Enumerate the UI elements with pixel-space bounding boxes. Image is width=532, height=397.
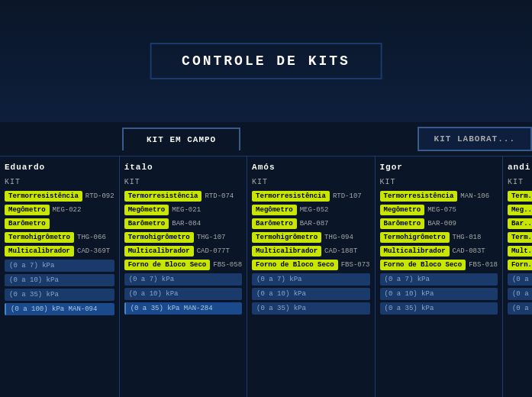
pressure-row: (0 a 7) kPa <box>124 273 242 286</box>
kit-tag[interactable]: Forno de Bloco Seco <box>380 260 466 270</box>
pressure-row: (0 a ... <box>508 302 532 315</box>
kit-row: TermorresistênciaRTD-107 <box>252 191 369 202</box>
kit-tag[interactable]: Mult... <box>508 246 532 257</box>
kit-row: MulticalibradorCAD-369T <box>5 246 114 257</box>
kit-tag[interactable]: Forn... <box>508 260 532 270</box>
kit-code: CAD-077T <box>197 247 230 255</box>
kit-code: RTD-074 <box>205 192 234 200</box>
column-heading: andi <box>508 163 532 172</box>
kit-code: CAD-188T <box>324 247 357 255</box>
kit-tag[interactable]: Termohigrômetro <box>124 232 194 243</box>
pressure-row: (0 a 35) kPa MAN-284 <box>124 302 242 315</box>
pressure-row: (0 a 7) kPa <box>252 273 369 286</box>
kit-tag[interactable]: Termohigrômetro <box>380 232 450 243</box>
kit-tag[interactable]: Termorresistência <box>124 191 202 202</box>
kit-code: RTD-092 <box>85 192 114 200</box>
kit-row: TermorresistênciaRTD-074 <box>124 191 242 202</box>
column-heading: Amós <box>252 163 369 172</box>
kit-row: Bar... <box>508 218 532 229</box>
kit-label: KIT <box>508 178 532 186</box>
kit-row: TermorresistênciaMAN-106 <box>380 191 498 202</box>
kit-code: THG-094 <box>324 234 353 241</box>
kit-label: KIT <box>124 178 242 186</box>
kit-tag[interactable]: Termohigrômetro <box>252 232 321 243</box>
kit-row: MulticalibradorCAD-188T <box>252 246 369 257</box>
kit-row: TermohigrômetroTHG-107 <box>124 232 242 243</box>
kit-row: MegômetroMEG-022 <box>5 205 114 215</box>
kit-row: Meg... <box>508 205 532 215</box>
kit-tag[interactable]: Meg... <box>508 205 532 215</box>
pressure-row: (0 a 10) kPa <box>252 288 369 300</box>
kit-code: BAR-087 <box>300 220 329 228</box>
kit-tag[interactable]: Megômetro <box>5 205 50 215</box>
kit-code: CAD-083T <box>453 247 485 255</box>
tab-campo[interactable]: KIT EM CAMPO <box>122 127 240 150</box>
kit-row: BarômetroBAR-009 <box>380 218 498 229</box>
kit-tag[interactable]: Term... <box>508 232 532 243</box>
kit-row: TermohigrômetroTHG-018 <box>380 232 498 243</box>
kit-row: BarômetroBAR-087 <box>252 218 369 229</box>
kit-code: FBS-073 <box>341 261 370 269</box>
kit-code: MEG-022 <box>53 206 82 214</box>
kit-tag[interactable]: Barômetro <box>124 218 169 229</box>
kit-tag[interactable]: Megômetro <box>124 205 169 215</box>
kit-tag[interactable]: Term... <box>508 191 532 202</box>
kit-tag[interactable]: Forno de Bloco Seco <box>252 260 338 270</box>
kit-tag[interactable]: Megômetro <box>252 205 297 215</box>
pressure-row: (0 a 10) kPa <box>380 288 498 300</box>
kit-tag[interactable]: Multicalibrador <box>5 246 74 257</box>
kit-tag[interactable]: Multicalibrador <box>252 246 321 257</box>
kit-tag[interactable]: Termorresistência <box>380 191 458 202</box>
kit-code: BAR-009 <box>427 220 456 228</box>
kit-tag[interactable]: Forno de Bloco Seco <box>124 260 211 270</box>
kit-code: RTD-107 <box>333 192 362 200</box>
tab-laboratorio[interactable]: KIT LABORAT... <box>418 127 532 151</box>
kit-label: KIT <box>380 178 498 186</box>
kit-tag[interactable]: Barômetro <box>5 218 50 229</box>
kit-code: FBS-058 <box>213 261 242 269</box>
kit-row: MulticalibradorCAD-077T <box>124 246 242 257</box>
kit-tag[interactable]: Termohigrômetro <box>5 232 74 243</box>
kit-code: MAN-106 <box>460 192 489 200</box>
pressure-row: (0 a 7) kPa <box>380 273 498 286</box>
column-heading: ítalo <box>124 163 242 172</box>
kit-label: KIT <box>252 178 369 186</box>
kit-tag[interactable]: Barômetro <box>252 218 297 229</box>
kit-tag[interactable]: Multicalibrador <box>380 246 450 257</box>
kit-row: MegômetroMEG-075 <box>380 205 498 215</box>
kit-row: Term... <box>508 232 532 243</box>
kit-row: BarômetroBAR-084 <box>124 218 242 229</box>
kit-tag[interactable]: Barômetro <box>380 218 425 229</box>
kit-row: MulticalibradorCAD-083T <box>380 246 498 257</box>
kit-tag[interactable]: Termorresistência <box>5 191 82 202</box>
kit-code: MEG-021 <box>172 206 201 214</box>
column-amós: AmósKITTermorresistênciaRTD-107Megômetro… <box>247 157 375 397</box>
kit-row: Forno de Bloco SecoFBS-073 <box>252 260 369 270</box>
kit-code: CAD-369T <box>77 247 110 255</box>
kit-code: THG-107 <box>197 234 226 241</box>
kit-code: MEG-052 <box>300 206 329 214</box>
column-heading: Eduardo <box>5 163 114 172</box>
kit-tag[interactable]: Bar... <box>508 218 532 229</box>
kit-code: BAR-084 <box>172 220 201 228</box>
pressure-row: (0 a ... <box>508 273 532 286</box>
kit-code: THG-066 <box>77 234 106 241</box>
title-container: CONTROLE DE KITS <box>150 43 382 79</box>
pressure-row: (0 a ... <box>508 288 532 300</box>
kit-tag[interactable]: Megômetro <box>380 205 425 215</box>
pressure-row: (0 a 35) kPa <box>380 302 498 315</box>
kit-row: Forno de Bloco SecoFBS-058 <box>124 260 242 270</box>
kit-row: TermorresistênciaRTD-092 <box>5 191 114 202</box>
pressure-row: (0 a 10) kPa <box>124 288 242 300</box>
kit-code: MEG-075 <box>427 206 456 214</box>
kit-row: Term... <box>508 191 532 202</box>
tabs-row: KIT EM CAMPO KIT LABORAT... <box>0 122 532 157</box>
kit-tag[interactable]: Termorresistência <box>252 191 330 202</box>
column-heading: Igor <box>380 163 498 172</box>
kit-row: Forn... <box>508 260 532 270</box>
kit-tag[interactable]: Multicalibrador <box>124 246 194 257</box>
top-area: CONTROLE DE KITS <box>0 0 532 122</box>
kit-code: THG-018 <box>453 234 482 241</box>
content-area: EduardoKITTermorresistênciaRTD-092Megôme… <box>0 157 532 397</box>
kit-label: KIT <box>5 178 114 186</box>
